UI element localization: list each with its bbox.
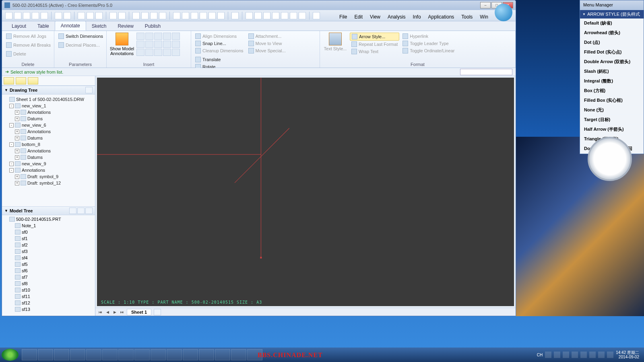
zoom-out-icon[interactable] (191, 12, 198, 19)
tab-layout[interactable]: Layout (6, 22, 32, 31)
draft-icon[interactable] (154, 49, 162, 56)
axis-icon[interactable] (163, 41, 171, 48)
note-icon[interactable] (163, 33, 171, 40)
ime-indicator[interactable]: CH (537, 353, 543, 357)
paste-icon[interactable] (95, 12, 103, 19)
task-app5-icon[interactable] (151, 349, 166, 360)
tree-settings-icon[interactable] (85, 87, 93, 93)
tree-item[interactable]: sf3 (3, 248, 94, 255)
task-app3-icon[interactable] (118, 349, 134, 360)
arrow-style-option[interactable]: Arrowhead (箭头) (580, 28, 644, 38)
tree-item[interactable]: -new_view_1 (3, 103, 94, 109)
tree-item[interactable]: -new_view_9 (3, 160, 94, 167)
arrow-style-option[interactable]: Box (方框) (580, 86, 644, 96)
display-icon[interactable] (159, 12, 166, 19)
datum-icon[interactable] (154, 41, 162, 48)
surf-icon[interactable] (299, 12, 306, 19)
other-icon[interactable] (172, 49, 180, 56)
tab-sketch[interactable]: Sketch (86, 22, 112, 31)
arrow-style-option[interactable]: Filled Box (实心框) (580, 96, 644, 105)
sheet-tab[interactable]: Sheet 1 (127, 309, 151, 315)
tray-network-icon[interactable] (598, 352, 605, 358)
filter-input[interactable] (460, 69, 512, 75)
attachment-button[interactable]: Attachment... (247, 33, 287, 40)
model-tree[interactable]: 500-02-20140515.PRTNote_1sf0sf1sf2sf3sf4… (2, 215, 95, 316)
tab-table[interactable]: Table (32, 22, 55, 31)
datum-axis-icon[interactable] (254, 12, 262, 19)
repaint-icon[interactable] (208, 12, 216, 19)
task-explorer-icon[interactable] (38, 349, 53, 360)
task-app2-icon[interactable] (102, 349, 118, 360)
menu-applications[interactable]: Applications (425, 12, 458, 21)
sym-icon[interactable] (172, 33, 180, 40)
tab-publish[interactable]: Publish (139, 22, 166, 31)
tree-item[interactable]: +Datums (3, 115, 94, 122)
menu-file[interactable]: File (336, 12, 350, 21)
model-tree-header[interactable]: ▼Model Tree (2, 206, 95, 215)
wrap-text-button[interactable]: Wrap Text (350, 48, 399, 55)
tree-item[interactable]: Note_1 (3, 222, 94, 229)
gtol-icon[interactable] (136, 41, 144, 48)
filter-icon[interactable] (150, 12, 157, 19)
new-sheet-icon[interactable] (154, 309, 161, 315)
find-icon[interactable] (132, 12, 140, 19)
remove-jogs-button[interactable]: Remove All Jogs (4, 33, 48, 40)
zoom-fit-icon[interactable] (200, 12, 207, 19)
menu-win[interactable]: Win (477, 12, 491, 21)
new-icon[interactable] (5, 12, 12, 19)
hyperlink-button[interactable]: Hyperlink (401, 33, 456, 40)
tree-item[interactable]: +Annotations (3, 128, 94, 135)
repeat-format-button[interactable]: Repeat Last Format (350, 41, 399, 48)
task-app8-icon[interactable] (199, 349, 214, 360)
drawing-tree[interactable]: Sheet 1 of 500-02-20140515.DRW-new_view_… (2, 95, 95, 206)
refit-icon[interactable] (173, 12, 180, 19)
toggle-leader-button[interactable]: Toggle Leader Type (401, 40, 456, 47)
tree-item[interactable]: sf7 (3, 274, 94, 280)
task-store-icon[interactable] (70, 349, 85, 360)
redo-icon[interactable] (64, 12, 71, 19)
arrow-style-option[interactable]: Slash (斜杠) (580, 67, 644, 76)
copy-icon[interactable] (87, 12, 94, 19)
tray-icon-5[interactable] (580, 352, 587, 358)
sheet-last-icon[interactable]: ⏭ (120, 310, 124, 315)
datum-point-icon[interactable] (263, 12, 270, 19)
task-app7-icon[interactable] (183, 349, 198, 360)
menu-info[interactable]: Info (410, 12, 424, 21)
tree-item[interactable]: +Datums (3, 135, 94, 141)
select-icon[interactable] (141, 12, 149, 19)
tree-item[interactable]: sf4 (3, 255, 94, 261)
tree-item[interactable]: sf5 (3, 261, 94, 267)
align-dimensions-button[interactable]: Align Dimensions (194, 33, 245, 40)
drawing-canvas[interactable]: SCALE : 1:10 TYPE : PART NAME : 500-02-2… (97, 78, 514, 306)
arrow-style-option[interactable]: Dot (点) (580, 38, 644, 47)
menu-tools[interactable]: Tools (458, 12, 476, 21)
drawing-tree-header[interactable]: ▼Drawing Tree (2, 86, 95, 95)
arrow-style-option[interactable]: Filled Dot (实心点) (580, 47, 644, 57)
move-to-view-button[interactable]: Move to View (247, 40, 287, 47)
task-app4-icon[interactable] (134, 349, 150, 360)
tray-icon-6[interactable] (589, 352, 596, 358)
sheet-next-icon[interactable]: ▶ (112, 310, 117, 315)
tree-item[interactable]: sf12 (3, 300, 94, 306)
tree-item[interactable]: sf13 (3, 306, 94, 313)
save-icon[interactable] (23, 12, 30, 19)
tree-item[interactable]: sf2 (3, 242, 94, 248)
minimize-button[interactable]: – (480, 2, 491, 8)
text-style-button[interactable]: Text Style... (322, 33, 348, 51)
tray-icon-4[interactable] (572, 352, 578, 358)
tree-item[interactable]: sf11 (3, 293, 94, 300)
tab-review[interactable]: Review (112, 22, 139, 31)
tree-item[interactable]: +Datums (3, 154, 94, 160)
window-icon[interactable] (231, 12, 239, 19)
model-icon[interactable] (118, 12, 126, 19)
menu-manager-header[interactable]: ▼ARROW STYLE (箭头样式 (580, 10, 644, 19)
folder-tab-icon[interactable] (28, 77, 38, 84)
help-icon[interactable] (313, 12, 320, 19)
tree-tab-icon[interactable] (4, 77, 14, 84)
modeltree-show-icon[interactable] (69, 208, 76, 214)
print-icon[interactable] (32, 12, 39, 19)
modeltree-settings-icon[interactable] (85, 208, 93, 214)
tree-item[interactable]: -bottom_8 (3, 141, 94, 148)
tray-icon-2[interactable] (554, 352, 560, 358)
tray-volume-icon[interactable] (607, 352, 613, 358)
